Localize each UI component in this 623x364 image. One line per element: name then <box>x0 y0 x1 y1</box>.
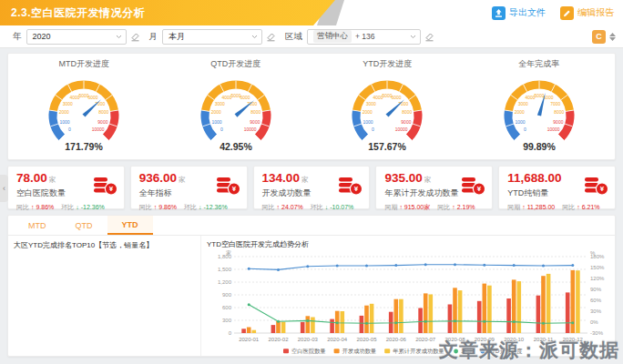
svg-text:3000: 3000 <box>63 101 73 106</box>
kpi-card-0: 78.00家 空白医院数量 同比↑ 9.86% 环比↓ -12.36% ¥ <box>7 166 125 209</box>
svg-text:9000: 9000 <box>98 119 108 125</box>
tab-mtd[interactable]: MTD <box>14 216 61 235</box>
svg-text:8000: 8000 <box>402 109 412 115</box>
svg-text:¥: ¥ <box>354 185 359 193</box>
svg-text:2020-03: 2020-03 <box>298 337 319 342</box>
coins-icon: ¥ <box>217 177 240 196</box>
kpi-card-4: 11,688.00 YTD纯销量 同期↑ 11,285.00 同比↑ 6.21%… <box>498 166 616 209</box>
svg-text:10000: 10000 <box>546 126 559 132</box>
svg-text:7000: 7000 <box>550 101 560 106</box>
edit-label: 编辑报告 <box>577 6 614 19</box>
top10-chart-panel: 大区YTD完成排名TOP10【节选，销量名】 <box>8 236 201 356</box>
svg-text:2020-06: 2020-06 <box>386 337 407 342</box>
svg-text:2020-05: 2020-05 <box>356 337 377 342</box>
header: 2.3.空白医院开发情况分析 导出文件 编辑报告 <box>0 0 623 25</box>
gauge-1: QTD开发进度 01000200030004000500060007000800… <box>160 54 312 159</box>
gauge-value: 99.89% <box>523 141 556 152</box>
kpi-unit: 家 <box>49 176 56 184</box>
svg-text:2000: 2000 <box>363 109 373 115</box>
kpi-stat: 环比↓ -12.36% <box>184 203 228 212</box>
kpi-stat: 环比↓ -12.36% <box>61 203 105 212</box>
svg-text:9000: 9000 <box>553 119 563 125</box>
svg-text:2000: 2000 <box>514 109 524 115</box>
kpi-card-2: 134.00家 开发成功数量 同比↑ 24.07% 环比↓ -10.07% ¥ <box>253 166 371 209</box>
period-tabbar: MTDQTDYTD <box>8 216 615 236</box>
svg-text:600: 600 <box>222 305 232 310</box>
svg-text:0: 0 <box>229 330 232 336</box>
svg-text:6000: 6000 <box>88 95 98 100</box>
tab-ytd[interactable]: YTD <box>107 216 153 235</box>
kpi-card-3: 935.00家 年累计开发成功数量 同期↑ 915.00家 同比↑ 2.19% … <box>375 166 493 209</box>
clear-filter-icon[interactable] <box>266 32 276 42</box>
gauge-chart: 0100020003000400050006000700080009000100… <box>168 70 304 156</box>
svg-text:3000: 3000 <box>214 101 224 106</box>
coins-icon: ¥ <box>585 177 608 196</box>
svg-text:30%: 30% <box>590 308 602 314</box>
svg-text:8000: 8000 <box>98 109 108 115</box>
svg-text:9000: 9000 <box>250 119 260 125</box>
svg-text:0%: 0% <box>590 319 598 325</box>
gauge-0: MTD开发进度 01000200030004000500060007000800… <box>8 54 160 159</box>
coins-icon: ¥ <box>462 177 485 196</box>
top10-chart-title: 大区YTD完成排名TOP10【节选，销量名】 <box>14 240 195 250</box>
svg-text:6000: 6000 <box>392 95 402 100</box>
svg-text:150%: 150% <box>590 265 605 270</box>
scroll-spinner[interactable] <box>609 33 616 41</box>
kpi-unit: 家 <box>301 176 309 184</box>
svg-text:10000: 10000 <box>92 126 105 132</box>
clear-filter-icon[interactable] <box>424 32 434 42</box>
svg-text:1,200: 1,200 <box>218 279 232 285</box>
svg-text:6000: 6000 <box>240 95 250 100</box>
svg-text:3000: 3000 <box>366 101 376 106</box>
arrow-up-icon <box>609 33 616 36</box>
svg-text:1000: 1000 <box>363 119 373 125</box>
svg-text:开发成功数量: 开发成功数量 <box>342 348 377 354</box>
clear-filter-icon[interactable] <box>130 32 140 42</box>
svg-text:0: 0 <box>68 126 71 132</box>
collapse-filters-button[interactable]: C <box>592 30 606 44</box>
region-tag: 营销中心 <box>313 30 352 43</box>
tab-qtd[interactable]: QTD <box>61 216 107 235</box>
svg-text:900: 900 <box>222 292 232 298</box>
page-title: 2.3.空白医院开发情况分析 <box>0 0 335 25</box>
gauge-value: 157.67% <box>369 141 407 152</box>
svg-text:2000: 2000 <box>59 109 69 115</box>
gauge-value: 42.95% <box>220 141 252 152</box>
sidebar-collapse-handle[interactable]: ‹ <box>0 175 8 202</box>
header-actions: 导出文件 编辑报告 <box>492 0 614 25</box>
svg-text:1,500: 1,500 <box>218 267 232 272</box>
year-select-value: 2020 <box>33 32 51 41</box>
gauge-title: MTD开发进度 <box>59 58 110 70</box>
region-select[interactable]: 营销中心 + 136 <box>307 29 421 45</box>
month-filter-label: 月 <box>149 31 158 43</box>
coins-icon: ¥ <box>339 177 363 196</box>
region-more-count: + 136 <box>355 32 375 41</box>
export-file-button[interactable]: 导出文件 <box>492 6 546 20</box>
watermark: 文章来源：派可数据 <box>439 338 619 363</box>
year-filter-label: 年 <box>13 31 22 43</box>
chevron-down-icon <box>246 32 258 41</box>
month-select[interactable]: 本月 <box>162 29 262 45</box>
svg-text:10000: 10000 <box>243 126 256 132</box>
chevron-down-icon <box>110 32 122 41</box>
kpi-stat: 同比↑ 24.07% <box>262 203 303 212</box>
kpi-row: 78.00家 空白医院数量 同比↑ 9.86% 环比↓ -12.36% ¥936… <box>7 166 616 209</box>
trend-panel: MTDQTDYTD 大区YTD完成排名TOP10【节选，销量名】 YTD空白医院… <box>7 215 616 357</box>
gauge-title: 全年完成率 <box>518 58 559 70</box>
svg-text:2020-07: 2020-07 <box>415 337 436 342</box>
kpi-stat: 同比↑ 2.19% <box>437 203 475 212</box>
svg-text:%: % <box>590 250 596 256</box>
kpi-card-1: 936.00家 全年指标 同比↑ 9.86% 环比↓ -12.36% ¥ <box>130 166 248 209</box>
svg-text:120%: 120% <box>590 276 605 281</box>
gauge-chart: 0100020003000400050006000700080009000100… <box>15 70 152 156</box>
svg-text:8000: 8000 <box>250 109 260 115</box>
region-filter-label: 区域 <box>285 31 302 43</box>
edit-report-button[interactable]: 编辑报告 <box>560 6 614 20</box>
svg-text:8000: 8000 <box>554 109 564 115</box>
kpi-stat: 同期↑ 11,285.00 <box>507 203 555 212</box>
gauge-2: YTD开发进度 01000200030004000500060007000800… <box>312 54 464 159</box>
kpi-stat: 同比↑ 9.86% <box>16 203 54 212</box>
year-select[interactable]: 2020 <box>26 29 127 45</box>
gauge-3: 全年完成率 0100020003000400050006000700080009… <box>464 54 616 159</box>
gauge-title: YTD开发进度 <box>363 58 412 70</box>
